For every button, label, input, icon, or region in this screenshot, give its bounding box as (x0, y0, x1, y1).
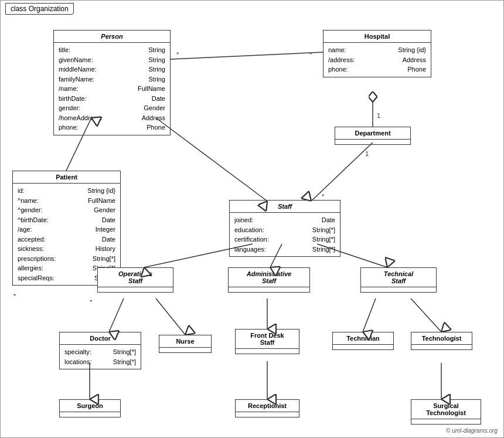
person-class: Person title:String givenName:String mid… (53, 30, 171, 135)
doctor-class: Doctor specialty:String[*] locations:Str… (59, 332, 141, 369)
hospital-class-name: Hospital (323, 30, 431, 43)
person-class-attrs: title:String givenName:String middleName… (54, 43, 170, 135)
technologist-class-name: Technologist (411, 332, 472, 345)
patient-class-name: Patient (13, 171, 120, 184)
svg-text:*: * (309, 51, 312, 58)
technical-staff-class-attrs (361, 287, 436, 292)
surgical-technologist-class-attrs (411, 419, 481, 424)
technical-staff-class-name: TechnicalStaff (361, 268, 436, 287)
department-class: Department (335, 127, 411, 145)
svg-text:*: * (90, 298, 93, 305)
staff-class: Staff joined:Date education:String[*] ce… (229, 200, 340, 257)
diagram-container: class Organization Person title:String g… (0, 0, 504, 438)
surgeon-class-name: Surgeon (60, 400, 120, 412)
svg-line-8 (311, 142, 373, 201)
department-class-attrs (335, 140, 410, 144)
technician-class: Technician (332, 332, 394, 350)
technician-class-attrs (333, 345, 393, 349)
front-desk-staff-class-attrs (236, 349, 299, 354)
svg-line-11 (171, 52, 323, 59)
nurse-class-name: Nurse (159, 335, 211, 348)
staff-class-attrs: joined:Date education:String[*] certific… (230, 213, 340, 256)
operations-staff-class-attrs (98, 287, 173, 292)
technician-class-name: Technician (333, 332, 393, 345)
diagram-title: class Organization (5, 3, 74, 15)
copyright: © uml-diagrams.org (446, 427, 498, 434)
operations-staff-class: OperationsStaff (97, 267, 173, 293)
operations-staff-class-name: OperationsStaff (98, 268, 173, 287)
administrative-staff-class-name: AdministrativeStaff (229, 268, 309, 287)
administrative-staff-class: AdministrativeStaff (228, 267, 310, 293)
svg-line-19 (109, 298, 124, 332)
department-class-name: Department (335, 127, 410, 140)
svg-line-22 (363, 298, 376, 332)
front-desk-staff-class: Front DeskStaff (235, 329, 299, 354)
administrative-staff-class-attrs (229, 287, 309, 292)
doctor-class-attrs: specialty:String[*] locations:String[*] (60, 345, 141, 369)
svg-text:*: * (322, 193, 325, 200)
receptionist-class: Receptionist (235, 399, 299, 417)
surgical-technologist-class-name: SurgicalTechnologist (411, 400, 481, 419)
surgeon-class-attrs (60, 412, 120, 417)
nurse-class: Nurse (159, 335, 212, 353)
front-desk-staff-class-name: Front DeskStaff (236, 330, 299, 349)
staff-class-name: Staff (230, 201, 340, 213)
surgeon-class: Surgeon (59, 399, 121, 417)
technologist-class-attrs (411, 345, 472, 349)
svg-line-20 (156, 298, 185, 335)
hospital-class: Hospital name:String {id} /address:Addre… (323, 30, 431, 77)
nurse-class-attrs (159, 348, 211, 352)
technologist-class: Technologist (411, 332, 472, 350)
technical-staff-class: TechnicalStaff (360, 267, 437, 293)
surgical-technologist-class: SurgicalTechnologist (411, 399, 481, 425)
svg-text:1: 1 (377, 112, 380, 119)
receptionist-class-attrs (236, 412, 299, 417)
svg-line-23 (411, 298, 441, 332)
svg-line-5 (156, 118, 267, 201)
svg-text:*: * (176, 51, 179, 58)
svg-text:1: 1 (365, 150, 369, 157)
receptionist-class-name: Receptionist (236, 400, 299, 412)
doctor-class-name: Doctor (60, 332, 141, 345)
svg-text:*: * (13, 293, 16, 300)
person-class-name: Person (54, 30, 170, 43)
hospital-class-attrs: name:String {id} /address:Address phone:… (323, 43, 431, 77)
